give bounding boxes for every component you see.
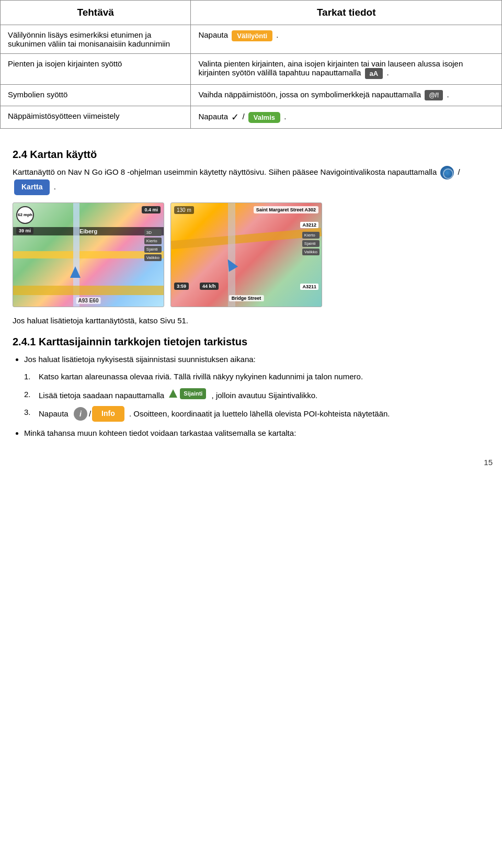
step2-text: Lisää tietoja saadaan napauttamalla Sija…	[39, 388, 317, 401]
map2-road2: A3212	[300, 222, 318, 228]
map1-dist2: 39 mi	[16, 227, 33, 234]
map1-btn-sjainti: Sjainti	[144, 246, 162, 253]
step3-label: 3.	[24, 406, 36, 418]
bullet-list-1: Jos haluat lisätietoja nykyisestä sijain…	[24, 353, 489, 439]
map1-speed: 62 mph	[16, 206, 34, 224]
step3-text: Napauta i / Info . Osoitteen, koordinaat…	[39, 406, 390, 422]
step2-label: 2.	[24, 388, 36, 400]
section-241-title: 2.4.1 Karttasijainnin tarkkojen tietojen…	[13, 336, 489, 348]
map1-dist: 0.4 mi	[142, 206, 161, 213]
info-suffix-1: .	[276, 30, 278, 39]
step2-suffix: , jolloin avautuu Sijaintivalikko.	[212, 390, 318, 399]
map-screenshot-1: 62 mph 0.4 mi Eiberg A93 E60 39 mi 3D Ki…	[13, 202, 164, 307]
info-suffix-4: .	[284, 112, 286, 121]
checkmark-icon: ✓	[231, 111, 239, 123]
map-container: 62 mph 0.4 mi Eiberg A93 E60 39 mi 3D Ki…	[13, 202, 489, 307]
case-toggle-button[interactable]: aA	[365, 68, 383, 79]
map2-road3: A3211	[300, 284, 318, 290]
table-row: Näppäimistösyötteen viimeistely Napauta …	[1, 106, 502, 129]
step1-label: 1.	[24, 370, 36, 382]
map-note: Jos haluat lisätietoja karttanäytöstä, k…	[13, 314, 489, 326]
info-prefix-3: Vaihda näppäimistöön, jossa on symbolime…	[198, 90, 421, 99]
task-text-1: Välilyönnin lisäys esimerkiksi etunimen …	[8, 30, 170, 48]
task-cell-1: Välilyönnin lisäys esimerkiksi etunimen …	[1, 25, 191, 54]
map2-btn-valikko: Valikko	[302, 249, 320, 255]
info-cell-4: Napauta ✓ / Valmis .	[191, 106, 502, 129]
task-text-3: Symbolien syöttö	[8, 90, 67, 99]
bullet-text-1: Jos haluat lisätietoja nykyisestä sijain…	[24, 355, 256, 364]
table-row: Pienten ja isojen kirjainten syöttö Vali…	[1, 54, 502, 85]
step3-suffix: . Osoitteen, koordinaatit ja luettelo lä…	[129, 409, 390, 418]
step3-prefix: Napauta	[39, 409, 69, 418]
map2-speed: 44 k/h	[200, 283, 219, 290]
valmis-button[interactable]: Valmis	[248, 112, 280, 123]
info-cell-3: Vaihda näppäimistöön, jossa on symbolime…	[191, 85, 502, 106]
info-button[interactable]: Info	[92, 406, 124, 422]
main-table: Tehtävä Tarkat tiedot Välilyönnin lisäys…	[0, 0, 502, 129]
table-row: Välilyönnin lisäys esimerkiksi etunimen …	[1, 25, 502, 54]
sijainti-button[interactable]: Sijainti	[180, 388, 206, 399]
kartta-button[interactable]: Kartta	[14, 179, 50, 195]
task-cell-3: Symbolien syöttö	[1, 85, 191, 106]
section-24-body: Karttanäyttö on Nav N Go iGO 8 -ohjelman…	[13, 166, 489, 195]
map1-btn-3d: 3D	[144, 229, 162, 236]
info-suffix-3: .	[447, 90, 449, 99]
info-cell-2: Valinta pienten kirjainten, aina isojen …	[191, 54, 502, 85]
info-prefix-4: Napauta	[198, 112, 228, 121]
section-24-title: 2.4 Kartan käyttö	[13, 149, 489, 161]
map2-btn-sjainti: Sjainti	[302, 240, 320, 247]
map2-time: 3:59	[174, 283, 189, 290]
map2-dist: 130 m	[174, 206, 194, 214]
section-24-text: Karttanäyttö on Nav N Go iGO 8 -ohjelman…	[13, 167, 437, 176]
section-24-suffix: .	[54, 182, 56, 191]
map1-road-label: A93 E60	[76, 297, 101, 304]
page-number: 15	[0, 455, 502, 472]
bullet-item-2: Minkä tahansa muun kohteen tiedot voidaa…	[24, 427, 489, 439]
map1-road	[13, 286, 164, 295]
bullet-text-2: Minkä tahansa muun kohteen tiedot voidaa…	[24, 429, 296, 437]
navigation-globe-icon[interactable]	[440, 166, 454, 179]
map2-street2: Bridge Street	[229, 295, 264, 301]
map2-btn-kierto: Kierto	[302, 232, 320, 239]
table-row: Symbolien syöttö Vaihda näppäimistöön, j…	[1, 85, 502, 106]
info-prefix-1: Napauta	[198, 30, 228, 39]
valilyonti-button[interactable]: Välilyönti	[232, 30, 272, 41]
step1-text: Katso kartan alareunassa olevaa riviä. T…	[39, 370, 363, 382]
numbered-list: 1. Katso kartan alareunassa olevaa riviä…	[24, 370, 489, 422]
task-cell-2: Pienten ja isojen kirjainten syöttö	[1, 54, 191, 85]
step2-prefix: Lisää tietoja saadaan napauttamalla	[39, 390, 164, 399]
map1-btn-kierto: Kierto	[144, 238, 162, 244]
map1-btn-valikko: Valikko	[144, 254, 162, 261]
task-text-4: Näppäimistösyötteen viimeistely	[8, 111, 119, 120]
map1-place: Eiberg	[13, 227, 164, 235]
bullet-item-1: Jos haluat lisätietoja nykyisestä sijain…	[24, 353, 489, 422]
map-screenshot-2: 130 m Saint Margaret Street A302 A3212 3…	[170, 202, 322, 307]
step-3: 3. Napauta i / Info . Osoitteen, koordin…	[24, 406, 489, 422]
table-header-info: Tarkat tiedot	[191, 1, 502, 25]
step-1: 1. Katso kartan alareunassa olevaa riviä…	[24, 370, 489, 382]
info-suffix-2: .	[386, 68, 389, 77]
map2-street: Saint Margaret Street A302	[254, 206, 318, 213]
info-cell-1: Napauta Välilyönti .	[191, 25, 502, 54]
symbol-keyboard-button[interactable]: @/!	[425, 90, 443, 100]
info-text-2: Valinta pienten kirjainten, aina isojen …	[198, 59, 463, 77]
location-arrow-icon	[169, 389, 177, 398]
task-cell-4: Näppäimistösyötteen viimeistely	[1, 106, 191, 129]
task-text-2: Pienten ja isojen kirjainten syöttö	[8, 59, 122, 68]
section-24: 2.4 Kartan käyttö Karttanäyttö on Nav N …	[0, 129, 502, 455]
step-2: 2. Lisää tietoja saadaan napauttamalla S…	[24, 388, 489, 401]
info-circle-icon: i	[74, 407, 87, 421]
table-header-task: Tehtävä	[1, 1, 191, 25]
